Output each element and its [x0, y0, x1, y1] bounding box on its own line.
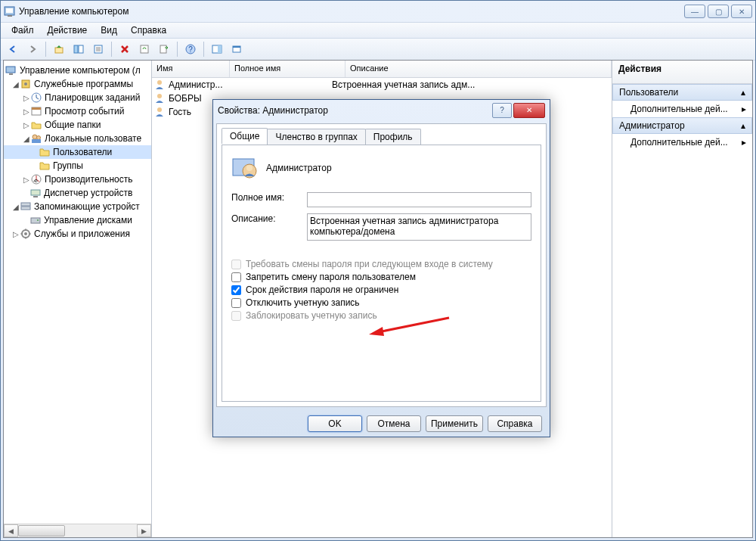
- collapse-icon: ▴: [741, 87, 745, 98]
- actions-group-users[interactable]: Пользователи▴: [612, 84, 752, 101]
- svg-rect-11: [160, 45, 166, 53]
- chevron-right-icon: ▸: [742, 104, 746, 114]
- tree-services-apps[interactable]: ▷Службы и приложения: [4, 227, 151, 241]
- device-icon: [29, 187, 42, 199]
- export-button[interactable]: [155, 40, 173, 58]
- col-name[interactable]: Имя: [152, 61, 230, 77]
- tree-local-users[interactable]: ◢Локальные пользовате: [4, 132, 151, 145]
- tree-disk-management[interactable]: Управление дисками: [4, 213, 151, 227]
- tab-profile[interactable]: Профиль: [365, 129, 421, 145]
- refresh-button[interactable]: [135, 40, 153, 58]
- label-fullname: Полное имя:: [231, 192, 307, 203]
- dialog-buttons: OK Отмена Применить Справка: [213, 410, 550, 437]
- scroll-left-button[interactable]: ◀: [4, 524, 18, 537]
- properties-dialog: Свойства: Администратор ? ✕ Общие Членст…: [212, 99, 550, 437]
- dialog-tabs: Общие Членство в группах Профиль: [222, 128, 541, 144]
- svg-marker-45: [369, 327, 384, 336]
- user-icon: [153, 79, 166, 91]
- svg-point-21: [24, 82, 27, 86]
- collapse-icon: ▴: [741, 120, 745, 131]
- actions-item-more[interactable]: Дополнительные дей...▸: [612, 101, 752, 117]
- users-icon: [30, 132, 42, 145]
- scroll-right-button[interactable]: ▶: [137, 524, 151, 537]
- tree-event-viewer[interactable]: ▷Просмотр событий: [4, 104, 151, 118]
- svg-point-40: [157, 107, 162, 112]
- new-window-button[interactable]: [228, 40, 246, 58]
- svg-rect-17: [233, 46, 240, 48]
- action-pane-button[interactable]: [208, 40, 226, 58]
- chevron-right-icon: ▸: [742, 137, 746, 148]
- storage-icon: [20, 201, 32, 213]
- cancel-button[interactable]: Отмена: [367, 415, 421, 432]
- col-description[interactable]: Описание: [345, 61, 612, 77]
- maximize-button[interactable]: ▢: [708, 5, 729, 18]
- tree-pane: Управление компьютером (л ◢Служебные про…: [4, 61, 152, 537]
- clock-icon: [30, 92, 42, 104]
- check-must-change-password: Требовать смены пароля при следующем вхо…: [231, 259, 531, 269]
- label-description: Описание:: [231, 213, 307, 224]
- menu-action[interactable]: Действие: [42, 23, 94, 37]
- tree-task-scheduler[interactable]: ▷Планировщик заданий: [4, 91, 151, 104]
- check-account-disabled[interactable]: Отключить учетную запись: [231, 297, 531, 308]
- input-description[interactable]: Встроенная учетная запись администратора…: [307, 213, 531, 241]
- tab-memberof[interactable]: Членство в группах: [267, 129, 365, 145]
- tree-shared-folders[interactable]: ▷Общие папки: [4, 118, 151, 132]
- svg-rect-18: [6, 67, 15, 73]
- tools-icon: [20, 78, 32, 90]
- tree-groups[interactable]: Группы: [4, 159, 151, 173]
- svg-point-26: [37, 136, 41, 140]
- svg-rect-3: [55, 48, 63, 53]
- tree-hscroll[interactable]: ◀ ▶: [4, 524, 151, 537]
- minimize-button[interactable]: —: [684, 5, 705, 18]
- check-account-locked: Заблокировать учетную запись: [231, 310, 531, 321]
- col-fullname[interactable]: Полное имя: [230, 61, 345, 77]
- user-icon: [153, 106, 166, 118]
- tree-storage[interactable]: ◢Запоминающие устройст: [4, 200, 151, 213]
- actions-header: Действия: [612, 61, 752, 84]
- show-hide-tree-button[interactable]: [70, 40, 88, 58]
- input-fullname[interactable]: [307, 192, 531, 207]
- menubar: Файл Действие Вид Справка: [1, 22, 755, 39]
- dialog-close-button[interactable]: ✕: [513, 103, 545, 118]
- main-window: Управление компьютером — ▢ ✕ Файл Действ…: [0, 0, 756, 541]
- svg-point-37: [24, 232, 27, 235]
- apply-button[interactable]: Применить: [426, 415, 483, 432]
- tab-general[interactable]: Общие: [222, 128, 268, 144]
- check-cannot-change-password[interactable]: Запретить смену пароля пользователем: [231, 272, 531, 282]
- actions-group-admin[interactable]: Администратор▴: [612, 117, 752, 134]
- list-row[interactable]: Администр... Встроенная учетная запись а…: [152, 78, 612, 92]
- ok-button[interactable]: OK: [308, 415, 362, 432]
- scroll-thumb[interactable]: [18, 525, 65, 536]
- svg-rect-27: [32, 139, 41, 143]
- folder-icon: [39, 146, 51, 158]
- user-icon: [153, 92, 166, 104]
- user-large-icon: [231, 154, 259, 182]
- dialog-help-button[interactable]: ?: [492, 103, 512, 118]
- tree-root[interactable]: Управление компьютером (л: [4, 64, 151, 77]
- disk-icon: [29, 214, 42, 226]
- svg-text:⊘: ⊘: [34, 179, 38, 183]
- tree-device-manager[interactable]: Диспетчер устройств: [4, 186, 151, 200]
- svg-rect-30: [31, 190, 40, 195]
- menu-file[interactable]: Файл: [5, 23, 40, 37]
- tree-system-tools[interactable]: ◢Служебные программы: [4, 77, 151, 91]
- delete-button[interactable]: [116, 40, 134, 58]
- dialog-username: Администратор: [266, 163, 332, 173]
- menu-view[interactable]: Вид: [94, 23, 123, 37]
- menu-help[interactable]: Справка: [125, 23, 172, 37]
- up-button[interactable]: [50, 40, 68, 58]
- help-button[interactable]: Справка: [488, 415, 542, 432]
- dialog-titlebar[interactable]: Свойства: Администратор ? ✕: [213, 100, 550, 120]
- close-button[interactable]: ✕: [731, 5, 752, 18]
- tree-performance[interactable]: ▷⊘Производительность: [4, 173, 151, 186]
- actions-item-more[interactable]: Дополнительные дей...▸: [612, 134, 752, 151]
- check-password-never-expires[interactable]: Срок действия пароля не ограничен: [231, 284, 531, 295]
- properties-button[interactable]: [89, 40, 107, 58]
- help-button[interactable]: ?: [181, 40, 200, 58]
- forward-button[interactable]: [23, 40, 42, 58]
- back-button[interactable]: [4, 40, 22, 58]
- svg-point-39: [157, 94, 162, 98]
- svg-rect-31: [33, 196, 38, 197]
- svg-point-38: [157, 80, 162, 85]
- tree-users[interactable]: Пользователи: [4, 145, 151, 159]
